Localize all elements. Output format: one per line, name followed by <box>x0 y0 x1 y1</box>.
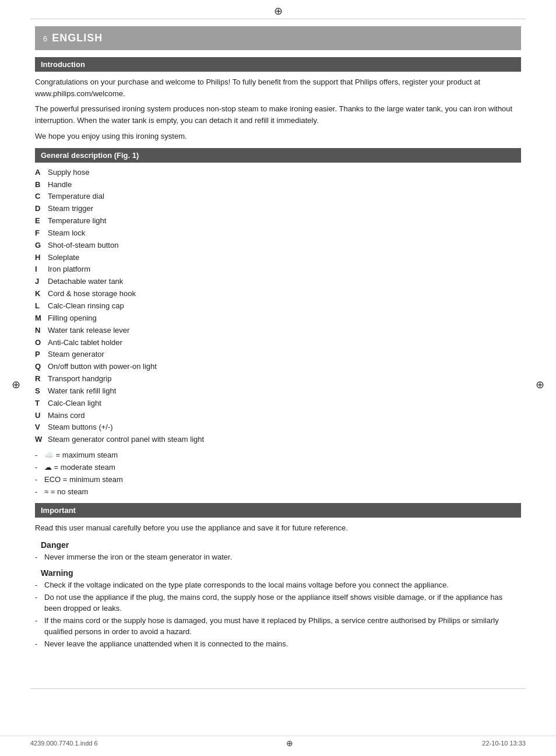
desc-item-m: MFilling opening <box>35 313 521 324</box>
desc-text-e: Temperature light <box>48 216 106 227</box>
desc-letter-p: P <box>35 349 48 360</box>
desc-item-w: WSteam generator control panel with stea… <box>35 434 521 445</box>
important-heading: Important <box>41 506 76 515</box>
desc-text-o: Anti-Calc tablet holder <box>48 337 122 349</box>
desc-item-b: BHandle <box>35 180 521 191</box>
desc-text-s: Water tank refill light <box>48 386 116 397</box>
warning-list: -Check if the voltage indicated on the t… <box>35 580 521 649</box>
desc-text-a: Supply hose <box>48 167 90 178</box>
desc-text-v: Steam buttons (+/-) <box>48 422 113 433</box>
desc-text-b: Handle <box>48 180 72 191</box>
desc-letter-b: B <box>35 180 48 191</box>
warning-item-1: -Check if the voltage indicated on the t… <box>35 580 521 591</box>
desc-letter-k: K <box>35 289 48 300</box>
warning-dash-1: - <box>35 580 44 591</box>
desc-item-o: OAnti-Calc tablet holder <box>35 337 521 349</box>
desc-letter-h: H <box>35 252 48 263</box>
warning-text-1: Check if the voltage indicated on the ty… <box>44 580 521 591</box>
introduction-heading: Introduction <box>41 60 85 69</box>
desc-item-s: SWater tank refill light <box>35 386 521 397</box>
warning-item-2: -Do not use the appliance if the plug, t… <box>35 592 521 614</box>
desc-text-l: Calc-Clean rinsing cap <box>48 301 124 312</box>
description-list: ASupply hoseBHandleCTemperature dialDSte… <box>35 167 521 445</box>
desc-item-r: RTransport handgrip <box>35 374 521 385</box>
desc-item-g: GShot-of-steam button <box>35 240 521 251</box>
steam-level-eco-text: ECO = minimum steam <box>44 474 521 486</box>
desc-letter-i: I <box>35 264 48 275</box>
desc-item-l: LCalc-Clean rinsing cap <box>35 301 521 312</box>
desc-text-i: Iron platform <box>48 264 90 275</box>
desc-text-m: Filling opening <box>48 313 97 324</box>
desc-text-n: Water tank release lever <box>48 325 129 336</box>
introduction-header: Introduction <box>35 57 521 72</box>
steam-level-max: - ☁️ = maximum steam <box>35 450 521 461</box>
footer-left: 4239.000.7740.1.indd 6 <box>30 740 98 747</box>
page-header: 6 ENGLISH <box>35 26 521 50</box>
desc-item-j: JDetachable water tank <box>35 276 521 287</box>
warning-text-2: Do not use the appliance if the plug, th… <box>44 592 521 614</box>
warning-dash-4: - <box>35 639 44 650</box>
desc-item-k: KCord & hose storage hook <box>35 289 521 300</box>
desc-text-t: Calc-Clean light <box>48 398 101 409</box>
desc-item-t: TCalc-Clean light <box>35 398 521 409</box>
warning-text-4: Never leave the appliance unattended whe… <box>44 639 521 650</box>
desc-item-p: PSteam generator <box>35 349 521 360</box>
general-desc-heading: General description (Fig. 1) <box>41 151 139 160</box>
desc-letter-m: M <box>35 313 48 324</box>
desc-letter-w: W <box>35 434 48 445</box>
desc-letter-e: E <box>35 216 48 227</box>
content-wrapper: 6 ENGLISH Introduction Congratulations o… <box>0 19 556 688</box>
top-reg-mark: ⊕ <box>274 5 283 17</box>
danger-heading: Danger <box>41 540 521 550</box>
intro-paragraph-1: Congratulations on your purchase and wel… <box>35 76 521 100</box>
desc-item-u: UMains cord <box>35 410 521 421</box>
desc-text-k: Cord & hose storage hook <box>48 289 136 300</box>
page-footer: 4239.000.7740.1.indd 6 ⊕ 22-10-10 13:33 <box>0 736 556 750</box>
desc-letter-n: N <box>35 325 48 336</box>
bullet-dash-1: - <box>35 450 44 461</box>
steam-level-moderate-text: ☁ = moderate steam <box>44 462 521 473</box>
desc-letter-o: O <box>35 337 48 349</box>
page-header-inner: 6 ENGLISH <box>43 32 513 44</box>
bottom-border-line <box>30 688 526 689</box>
important-intro: Read this user manual carefully before y… <box>35 522 521 534</box>
warning-text-3: If the mains cord or the supply hose is … <box>44 616 521 638</box>
general-desc-header: General description (Fig. 1) <box>35 148 521 163</box>
desc-letter-u: U <box>35 410 48 421</box>
danger-text-1: Never immerse the iron or the steam gene… <box>44 552 521 563</box>
desc-letter-a: A <box>35 167 48 178</box>
desc-letter-c: C <box>35 191 48 202</box>
page-language-title: ENGLISH <box>52 32 103 44</box>
desc-item-e: ETemperature light <box>35 216 521 227</box>
top-reg-area: ⊕ <box>0 0 556 19</box>
bullet-dash-4: - <box>35 487 44 498</box>
desc-text-d: Steam trigger <box>48 203 93 215</box>
desc-text-h: Soleplate <box>48 252 79 263</box>
warning-item-3: -If the mains cord or the supply hose is… <box>35 616 521 638</box>
danger-list: - Never immerse the iron or the steam ge… <box>35 552 521 563</box>
danger-dash-1: - <box>35 552 44 563</box>
desc-text-j: Detachable water tank <box>48 276 123 287</box>
desc-letter-d: D <box>35 203 48 215</box>
page: ⊕ ⊕ ⊕ 6 ENGLISH Introduction Congratulat… <box>0 0 556 756</box>
desc-text-f: Steam lock <box>48 228 85 239</box>
danger-item-1: - Never immerse the iron or the steam ge… <box>35 552 521 563</box>
desc-item-c: CTemperature dial <box>35 191 521 202</box>
steam-level-moderate: - ☁ = moderate steam <box>35 462 521 473</box>
desc-text-r: Transport handgrip <box>48 374 111 385</box>
desc-letter-t: T <box>35 398 48 409</box>
desc-item-i: IIron platform <box>35 264 521 275</box>
steam-level-max-text: ☁️ = maximum steam <box>44 450 521 461</box>
warning-heading: Warning <box>41 568 521 578</box>
left-reg-mark: ⊕ <box>12 378 20 391</box>
desc-text-g: Shot-of-steam button <box>48 240 118 251</box>
desc-letter-s: S <box>35 386 48 397</box>
desc-letter-j: J <box>35 276 48 287</box>
desc-item-f: FSteam lock <box>35 228 521 239</box>
steam-levels-list: - ☁️ = maximum steam - ☁ = moderate stea… <box>35 450 521 497</box>
desc-letter-g: G <box>35 240 48 251</box>
footer-right: 22-10-10 13:33 <box>482 740 526 747</box>
desc-letter-q: Q <box>35 361 48 372</box>
desc-letter-v: V <box>35 422 48 433</box>
intro-paragraph-2: The powerful pressurised ironing system … <box>35 103 521 126</box>
